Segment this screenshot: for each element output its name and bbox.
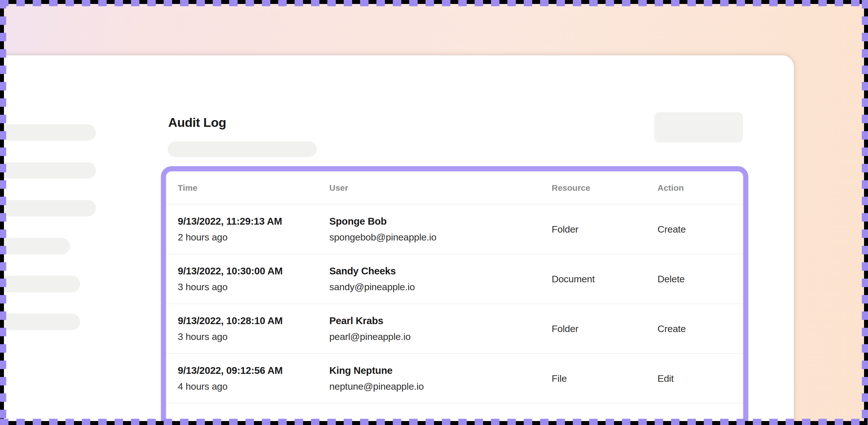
resource-type: Document <box>552 274 657 285</box>
table-row-partial-empty <box>166 403 743 425</box>
subtitle-skeleton-bar <box>167 141 317 157</box>
column-header-resource: Resource <box>552 172 657 204</box>
resource-type: Folder <box>552 224 657 235</box>
user-name: King Neptune <box>329 363 552 378</box>
user-email: neptune@pineapple.io <box>329 378 552 394</box>
event-timestamp: 9/13/2022, 10:30:00 AM <box>178 263 329 279</box>
header-action-button-skeleton[interactable] <box>654 112 743 142</box>
time-cell: 9/13/2022, 09:12:56 AM 4 hours ago <box>178 354 329 403</box>
user-name: Sandy Cheeks <box>329 263 552 279</box>
sidebar-skeleton-item <box>0 238 70 254</box>
selection-border-dashes-right <box>862 0 868 425</box>
action-type: Edit <box>657 373 743 384</box>
sidebar-skeleton-item <box>0 162 96 178</box>
time-cell: 9/13/2022, 10:28:10 AM 3 hours ago <box>178 304 329 353</box>
action-cell: Create <box>657 304 743 353</box>
event-time-relative: 3 hours ago <box>178 279 329 295</box>
event-time-relative: 2 hours ago <box>178 229 329 245</box>
resource-type: Folder <box>552 323 657 334</box>
user-email: spongebob@pineapple.io <box>329 229 552 245</box>
table-row: 9/13/2022, 10:30:00 AM 3 hours ago Sandy… <box>166 254 743 304</box>
time-cell: 9/13/2022, 10:30:00 AM 3 hours ago <box>178 254 329 304</box>
resource-cell: File <box>552 354 657 403</box>
event-timestamp: 9/13/2022, 11:29:13 AM <box>178 214 329 229</box>
user-email: pearl@pineapple.io <box>329 329 552 344</box>
user-email: sandy@pineapple.io <box>329 279 552 295</box>
user-cell: Pearl Krabs pearl@pineapple.io <box>329 304 552 353</box>
audit-log-table: Time User Resource Action 9/13/2022, 11:… <box>166 171 743 425</box>
action-cell: Edit <box>657 354 743 403</box>
time-cell: 9/13/2022, 11:29:13 AM 2 hours ago <box>178 205 329 254</box>
event-time-relative: 4 hours ago <box>178 378 329 394</box>
resource-cell: Folder <box>552 205 657 254</box>
column-header-action: Action <box>657 172 743 204</box>
table-row: 9/13/2022, 11:29:13 AM 2 hours ago Spong… <box>166 205 743 254</box>
sidebar-skeleton-item <box>0 200 96 217</box>
event-time-relative: 3 hours ago <box>178 329 329 344</box>
user-cell: Sandy Cheeks sandy@pineapple.io <box>329 254 552 304</box>
table-body: 9/13/2022, 11:29:13 AM 2 hours ago Spong… <box>166 205 743 403</box>
audit-table-highlight-frame: Time User Resource Action 9/13/2022, 11:… <box>161 166 748 425</box>
page-title: Audit Log <box>168 115 226 130</box>
resource-cell: Document <box>552 254 657 304</box>
resource-cell: Folder <box>552 304 657 353</box>
table-header-row: Time User Resource Action <box>166 172 743 205</box>
selection-border-dashes-top <box>0 0 868 6</box>
sidebar-skeleton-item <box>0 314 80 330</box>
action-cell: Create <box>657 205 743 254</box>
column-header-time: Time <box>178 172 329 204</box>
sidebar-skeleton-item <box>0 276 80 292</box>
user-cell: King Neptune neptune@pineapple.io <box>329 354 552 403</box>
user-name: Sponge Bob <box>329 214 552 229</box>
screenshot-stage: Audit Log Time User Resource Action 9/13… <box>0 0 868 425</box>
sidebar-skeleton-item <box>0 124 96 141</box>
user-cell: Sponge Bob spongebob@pineapple.io <box>329 205 552 254</box>
resource-type: File <box>552 373 657 384</box>
action-cell: Delete <box>657 254 743 304</box>
event-timestamp: 9/13/2022, 10:28:10 AM <box>178 313 329 329</box>
event-timestamp: 9/13/2022, 09:12:56 AM <box>178 363 329 378</box>
action-type: Create <box>657 224 743 235</box>
table-row: 9/13/2022, 09:12:56 AM 4 hours ago King … <box>166 354 743 403</box>
column-header-user: User <box>329 172 552 204</box>
action-type: Create <box>657 323 743 334</box>
user-name: Pearl Krabs <box>329 313 552 329</box>
action-type: Delete <box>657 274 743 285</box>
table-row: 9/13/2022, 10:28:10 AM 3 hours ago Pearl… <box>166 304 743 354</box>
